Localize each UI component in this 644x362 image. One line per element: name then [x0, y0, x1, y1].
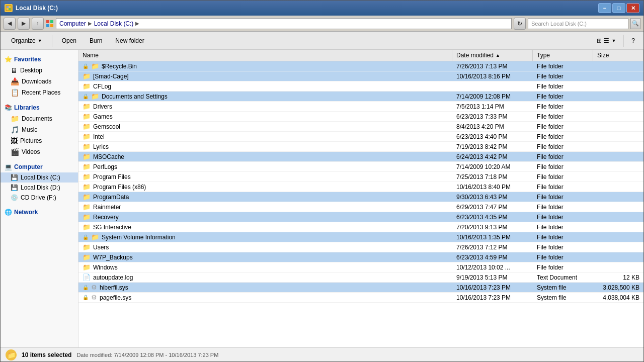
path-local-disk[interactable]: Local Disk (C:) — [94, 20, 134, 27]
file-size-cell — [593, 81, 643, 91]
table-row[interactable]: 📁 W7P_Backups 6/23/2013 4:59 PM File fol… — [78, 252, 643, 262]
up-button[interactable]: ↑ — [32, 18, 44, 30]
file-size-cell — [593, 222, 643, 232]
new-folder-button[interactable]: New folder — [110, 34, 149, 48]
table-row[interactable]: 🔒 📁 System Volume Information 10/16/2013… — [78, 232, 643, 242]
file-name-cell: 📁 Gemscool — [78, 122, 452, 131]
table-row[interactable]: 📁 ProgramData 9/30/2013 6:43 PM File fol… — [78, 192, 643, 202]
path-computer[interactable]: Computer — [59, 20, 86, 27]
cd-icon: 💿 — [11, 194, 18, 201]
sidebar-item-recent[interactable]: 📋 Recent Places — [1, 87, 78, 98]
file-date-cell: 7/19/2013 8:42 PM — [452, 142, 533, 151]
file-date-cell: 9/30/2013 6:43 PM — [452, 192, 533, 202]
table-row[interactable]: 📁 Recovery 6/23/2013 4:35 PM File folder — [78, 212, 643, 222]
table-row[interactable]: 📁 Games 6/23/2013 7:33 PM File folder — [78, 112, 643, 122]
sidebar-item-pictures[interactable]: 🖼 Pictures — [1, 135, 78, 146]
file-name: Program Files (x86) — [93, 184, 146, 191]
table-row[interactable]: 📁 Program Files (x86) 10/16/2013 8:40 PM… — [78, 182, 643, 192]
table-row[interactable]: 📁 Drivers 7/5/2013 1:14 PM File folder — [78, 102, 643, 112]
sidebar-favorites-header[interactable]: ⭐ Favorites — [1, 54, 78, 65]
col-size-header[interactable]: Size — [593, 50, 643, 61]
file-area[interactable]: Name Date modified ▲ Type Size 🔒 📁 $Recy… — [78, 50, 643, 347]
col-name-header[interactable]: Name — [78, 50, 452, 61]
file-name: Recovery — [93, 214, 119, 221]
sidebar-item-music[interactable]: 🎵 Music — [1, 124, 78, 135]
table-row[interactable]: 📁 Windows 10/12/2013 10:02 ... File fold… — [78, 262, 643, 273]
file-size-cell — [593, 162, 643, 171]
table-row[interactable]: 📁 PerfLogs 7/14/2009 10:20 AM File folde… — [78, 162, 643, 172]
table-row[interactable]: 📁 Lyrics 7/19/2013 8:42 PM File folder — [78, 142, 643, 152]
table-row[interactable]: 🔒 ⚙ hiberfil.sys 10/16/2013 7:23 PM Syst… — [78, 283, 643, 293]
file-type-cell: File folder — [533, 71, 593, 81]
file-type-cell: System file — [533, 283, 593, 292]
file-name-cell: 🔒 ⚙ hiberfil.sys — [78, 283, 452, 292]
file-type-cell: File folder — [533, 81, 593, 91]
file-size-cell — [593, 262, 643, 272]
table-row[interactable]: 📁 Gemscool 8/4/2013 4:20 PM File folder — [78, 122, 643, 132]
lock-icon: 🔒 — [83, 285, 89, 290]
col-type-header[interactable]: Type — [533, 50, 593, 61]
star-icon: ⭐ — [5, 56, 12, 63]
file-type-icon: 📁 — [83, 193, 91, 201]
file-type-cell: File folder — [533, 162, 593, 171]
file-size-cell — [593, 192, 643, 202]
table-row[interactable]: 📁 SG Interactive 7/20/2013 9:13 PM File … — [78, 222, 643, 232]
table-row[interactable]: 📁 MSOCache 6/24/2013 4:42 PM File folder — [78, 152, 643, 162]
sidebar-item-documents[interactable]: 📁 Documents — [1, 113, 78, 124]
sidebar-item-cd-drive[interactable]: 💿 CD Drive (F:) — [1, 193, 78, 203]
sidebar-computer-header[interactable]: 💻 Computer — [1, 161, 78, 172]
minimize-button[interactable]: − — [598, 3, 611, 13]
file-name-cell: 📁 Rainmeter — [78, 202, 452, 212]
file-type-icon: 📁 — [83, 133, 91, 140]
lock-icon: 🔒 — [83, 63, 89, 69]
table-row[interactable]: 🔒 📁 $Recycle.Bin 7/26/2013 7:13 PM File … — [78, 61, 643, 71]
search-button[interactable]: 🔍 — [630, 18, 640, 29]
sidebar-item-local-disk-c[interactable]: 💾 Local Disk (C:) — [1, 172, 78, 183]
file-date-cell: 6/23/2013 4:35 PM — [452, 212, 533, 222]
sidebar-item-downloads[interactable]: 📥 Downloads — [1, 76, 78, 87]
file-name: Drivers — [93, 103, 112, 110]
table-row[interactable]: 🔒 📁 Documents and Settings 7/14/2009 12:… — [78, 92, 643, 102]
col-date-header[interactable]: Date modified ▲ — [452, 50, 533, 61]
table-row[interactable]: 📁 [Smad-Cage] 10/16/2013 8:16 PM File fo… — [78, 71, 643, 81]
downloads-icon: 📥 — [11, 77, 19, 85]
table-row[interactable]: 📁 Users 7/26/2013 7:12 PM File folder — [78, 242, 643, 252]
file-type-cell: File folder — [533, 102, 593, 111]
explorer-window: Local Disk (C:) − □ ✕ ◀ ▶ ↑ Computer ▶ L… — [0, 0, 644, 362]
back-button[interactable]: ◀ — [4, 18, 16, 30]
sidebar-item-local-disk-d[interactable]: 💾 Local Disk (D:) — [1, 183, 78, 193]
forward-button[interactable]: ▶ — [18, 18, 30, 30]
maximize-button[interactable]: □ — [612, 3, 625, 13]
sidebar-network-header[interactable]: 🌐 Network — [1, 207, 78, 218]
file-name: pagefile.sys — [100, 294, 131, 301]
file-name: PerfLogs — [93, 163, 117, 170]
file-name-cell: 📁 MSOCache — [78, 152, 452, 161]
file-name-cell: 📁 Intel — [78, 132, 452, 141]
sidebar-item-desktop[interactable]: 🖥 Desktop — [1, 65, 78, 76]
search-box[interactable]: Search Local Disk (C:) — [528, 18, 628, 29]
table-row[interactable]: 📁 CFLog File folder — [78, 81, 643, 92]
table-row[interactable]: 📁 Rainmeter 6/29/2013 7:47 PM File folde… — [78, 202, 643, 212]
table-row[interactable]: 🔒 ⚙ pagefile.sys 10/16/2013 7:23 PM Syst… — [78, 293, 643, 303]
organize-button[interactable]: Organize ▼ — [6, 34, 48, 48]
sidebar-libraries-header[interactable]: 📚 Libraries — [1, 102, 78, 113]
file-type-icon: 📁 — [83, 113, 91, 120]
help-button[interactable]: ? — [628, 34, 638, 48]
file-name: ProgramData — [93, 194, 129, 201]
refresh-button[interactable]: ↻ — [514, 18, 526, 30]
table-row[interactable]: 📁 Intel 6/23/2013 4:40 PM File folder — [78, 132, 643, 142]
address-bar: ◀ ▶ ↑ Computer ▶ Local Disk (C:) ▶ ↻ Sea… — [1, 16, 643, 32]
burn-button[interactable]: Burn — [84, 34, 108, 48]
file-date-cell: 7/25/2013 7:18 PM — [452, 172, 533, 182]
file-type-icon: 📁 — [83, 213, 91, 221]
table-row[interactable]: 📁 Program Files 7/25/2013 7:18 PM File f… — [78, 172, 643, 182]
open-button[interactable]: Open — [56, 34, 82, 48]
file-type-icon: 📁 — [83, 263, 91, 271]
close-button[interactable]: ✕ — [626, 3, 639, 13]
file-type-cell: File folder — [533, 142, 593, 151]
sidebar-item-videos[interactable]: 🎬 Videos — [1, 146, 78, 157]
file-name: Windows — [93, 264, 118, 271]
table-row[interactable]: 📄 autoupdate.log 9/19/2013 5:13 PM Text … — [78, 273, 643, 283]
view-button[interactable]: ⊞ ☰ ▼ — [593, 34, 619, 48]
address-path[interactable]: Computer ▶ Local Disk (C:) ▶ — [56, 18, 512, 29]
